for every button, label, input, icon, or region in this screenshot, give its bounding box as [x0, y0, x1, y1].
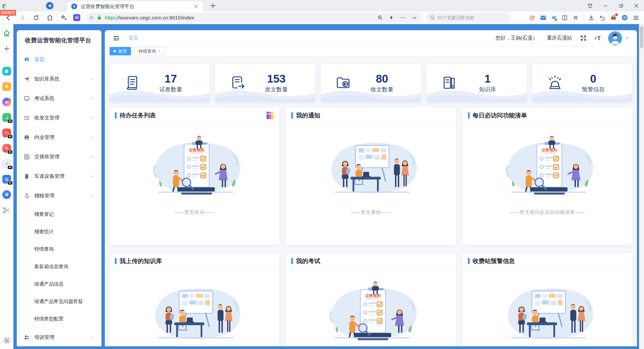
browser-tab[interactable]: 运营收费智能化管理平台	[67, 1, 203, 11]
panel-title: 每日必访问功能清单	[468, 111, 527, 119]
history-icon[interactable]	[599, 14, 606, 21]
user-greeting: 您好，王娟(石溪）	[496, 35, 538, 41]
sidebar-item-sub[interactable]: 集装箱信息查询	[17, 258, 101, 275]
user-avatar[interactable]	[608, 31, 622, 45]
dock-screenshot-icon[interactable]	[2, 206, 11, 214]
panel: 我上传的知识库	[110, 253, 279, 346]
workspace-icon[interactable]	[610, 14, 617, 21]
login-account-badge[interactable]: 登录账号	[0, 10, 16, 16]
dock-favorites-icon[interactable]	[2, 82, 11, 91]
site-info-icon[interactable]	[90, 16, 93, 19]
mail-icon[interactable]	[540, 14, 547, 21]
user-menu-caret-icon[interactable]	[625, 37, 629, 40]
sidebar-item-label: 培训管理	[34, 334, 54, 341]
panel-body	[463, 269, 632, 346]
dock-divider	[2, 60, 11, 60]
zoom-page-icon[interactable]	[377, 14, 383, 21]
docs-icon[interactable]: W	[551, 15, 557, 21]
sidebar-item[interactable]: 考试系统	[17, 89, 101, 108]
tab-favicon-icon	[71, 3, 77, 9]
refresh-icon[interactable]	[33, 14, 40, 21]
panel-title: 我的通知	[291, 111, 320, 119]
stat-main: 80收文数量	[352, 72, 421, 94]
sidebar-item[interactable]: 首页	[17, 50, 101, 69]
browser-search[interactable]	[426, 13, 511, 22]
dock-settings-icon[interactable]	[2, 336, 11, 345]
extensions-icon[interactable]	[572, 14, 579, 21]
browser-scrollbar[interactable]	[639, 24, 644, 349]
page-tab[interactable]: 特情查询×	[134, 47, 165, 55]
empty-state-illustration	[495, 136, 600, 205]
sidebar-item[interactable]: 交接班管理	[17, 147, 101, 166]
notification-dot	[615, 13, 618, 16]
sidebar-item[interactable]: 收发文管理	[17, 108, 101, 128]
dock-ai-video-icon[interactable]: AI	[2, 144, 11, 153]
sidebar-item-sub[interactable]: 稽查统计	[17, 223, 101, 240]
forward-icon[interactable]	[19, 14, 26, 21]
browser-search-input[interactable]	[437, 15, 508, 20]
dock-health-icon[interactable]	[2, 67, 11, 76]
sidebar-item-sub[interactable]: 特情类型配置	[17, 310, 101, 328]
dock-translate-icon[interactable]: 译	[2, 190, 11, 199]
sidebar-item[interactable]: 培训管理	[17, 328, 101, 346]
lock-icon[interactable]	[96, 15, 102, 20]
sidebar-item[interactable]: 车道设备管理	[17, 166, 101, 186]
sidebar-item[interactable]: 知识库系统	[17, 69, 101, 89]
new-tab-button[interactable]	[210, 2, 216, 9]
url-bar[interactable]: https://wxexam.cegc.com.cn:8010/index	[86, 13, 422, 22]
browser-logo-icon[interactable]: e	[2, 0, 6, 11]
sidebar-item-sub[interactable]: 稽查登记	[17, 205, 101, 223]
stat-main: 17试卷数量	[140, 72, 210, 94]
tab-close-icon[interactable]	[193, 3, 199, 9]
sidebar-item[interactable]: 稽核管理	[17, 186, 101, 205]
sidebar-item-sub[interactable]: 绿通产品信息	[17, 275, 101, 293]
dock-home-icon[interactable]	[2, 29, 11, 38]
sidebar-item-label: 稽查登记	[34, 211, 54, 217]
empty-state-illustration	[318, 136, 423, 205]
clock-icon	[24, 154, 30, 160]
url-text[interactable]: https://wxexam.cegc.com.cn:8010/index	[105, 15, 374, 20]
dock-ai-assistant-icon[interactable]: AI	[2, 98, 11, 106]
panel-header: 每日必访问功能清单	[463, 107, 632, 123]
dock-ai-note-icon[interactable]: AI	[2, 159, 11, 168]
knowledge-icon	[441, 75, 457, 91]
minimize-button[interactable]	[598, 0, 613, 11]
panel-body: ——暂无通知——	[286, 123, 456, 215]
home-icon[interactable]	[46, 14, 53, 21]
reading-list-icon[interactable]	[561, 14, 568, 21]
ai-toolbar-icon[interactable]: AI	[73, 14, 80, 21]
senddoc-icon	[230, 75, 246, 91]
sidebar-item-label: 绿通产品信息	[34, 281, 63, 287]
browser-menu-icon[interactable]	[633, 14, 639, 21]
stat-value: 0	[563, 72, 624, 85]
bookmarks-icon[interactable]	[60, 14, 67, 21]
panel-header: 我的考试	[286, 253, 456, 269]
weibo-icon[interactable]	[529, 14, 535, 21]
close-button[interactable]	[629, 0, 644, 11]
binders-icon[interactable]	[266, 111, 274, 119]
tab-title: 运营收费智能化管理平台	[81, 3, 193, 10]
fullscreen-icon[interactable]	[580, 35, 587, 41]
collapse-sidebar-icon[interactable]	[113, 35, 120, 42]
more-url-actions-icon[interactable]	[400, 14, 406, 21]
browser-assistant-icon[interactable]	[621, 14, 628, 21]
restore-button[interactable]	[613, 0, 629, 11]
urlbar-dropdown-icon[interactable]	[412, 15, 418, 21]
printer-icon	[24, 134, 30, 141]
dock-ai-doc-icon[interactable]: AI	[2, 175, 11, 184]
dock-add-icon[interactable]	[2, 44, 11, 53]
chevron-down-icon	[90, 174, 94, 179]
sidebar-item-sub[interactable]: 特情查询	[17, 240, 101, 258]
sidebar-item-sub[interactable]: 绿通产品常见问题答疑	[17, 293, 101, 310]
sidebar-item[interactable]: 内业管理	[17, 128, 101, 147]
page-tab[interactable]: 首页	[110, 47, 131, 55]
scrollbar-thumb[interactable]	[640, 26, 643, 48]
browser-theme-icon[interactable]	[582, 0, 598, 11]
downloads-icon[interactable]	[588, 14, 595, 21]
font-size-icon[interactable]: TT	[595, 35, 602, 42]
page-tab-close-icon[interactable]: ×	[158, 49, 161, 53]
send-circle-icon[interactable]	[46, 2, 53, 9]
dock-ai-pdf-icon[interactable]: AI	[2, 129, 11, 137]
flash-save-icon[interactable]	[389, 15, 394, 20]
dock-ai-image-icon[interactable]: AI	[2, 113, 11, 122]
